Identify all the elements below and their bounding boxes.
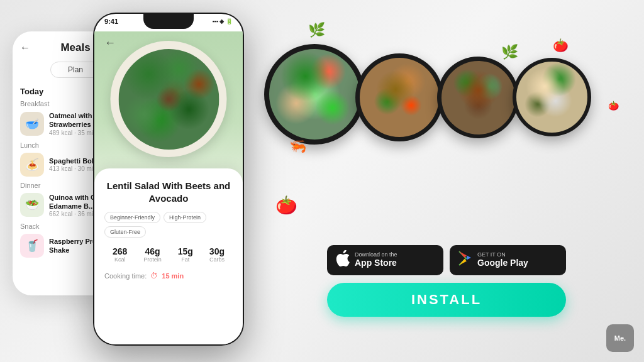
app-store-subtitle: Download on the <box>355 252 397 258</box>
phone-screen: 9:41 ▪▪▪ ◈ 🔋 ← Lentil Salad With Beets a… <box>94 14 243 344</box>
fat-label: Fat <box>178 256 193 263</box>
nutrition-kcal: 268 Kcal <box>113 246 127 263</box>
back-arrow-icon: ← <box>20 42 30 53</box>
nutrition-row: 268 Kcal 46g Protein 15g Fat 30g Carbs <box>104 246 233 263</box>
cooking-time: Cooking time: ⏱ 15 min <box>104 272 233 280</box>
leaf-decoration-1: 🌿 <box>308 22 325 38</box>
meal-thumb-4: 🥤 <box>20 234 44 258</box>
carbs-label: Carbs <box>209 256 225 263</box>
apple-icon <box>336 250 350 270</box>
protein-label: Protein <box>143 256 162 263</box>
dish-title: Lentil Salad With Beets and Avocado <box>104 180 233 204</box>
shrimp-decoration: 🦐 <box>289 138 306 155</box>
tomato-decoration-1: 🍅 <box>275 195 297 216</box>
cooking-time-value: 15 min <box>162 272 184 280</box>
meal-thumb-2: 🍝 <box>20 153 44 177</box>
nutrition-fat: 15g Fat <box>178 246 193 263</box>
carbs-value: 30g <box>209 246 225 256</box>
status-time: 9:41 <box>104 18 118 25</box>
app-store-button[interactable]: Download on the App Store <box>327 245 443 275</box>
tag-protein[interactable]: High-Protein <box>164 212 206 223</box>
leaf-decoration-2: 🌿 <box>501 44 518 60</box>
app-store-title: App Store <box>355 258 397 268</box>
fat-value: 15g <box>178 246 193 256</box>
meal-thumb-1: 🥣 <box>20 112 44 136</box>
plate-food-2 <box>360 58 439 137</box>
protein-value: 46g <box>143 246 162 256</box>
kcal-label: Kcal <box>113 256 127 263</box>
timer-icon: ⏱ <box>150 272 158 280</box>
tags-row: Beginner-Friendly High-Protein Gluten-Fr… <box>104 212 233 238</box>
plate-1 <box>264 44 365 145</box>
status-icons: ▪▪▪ ◈ 🔋 <box>212 18 233 25</box>
tomato-decoration-3: 🍅 <box>608 101 619 111</box>
watermark-logo: Me. <box>606 324 634 352</box>
google-play-text: GET IT ON Google Play <box>477 252 528 268</box>
store-buttons: Download on the App Store GET IT ON Goog… <box>327 245 566 275</box>
google-play-subtitle: GET IT ON <box>477 252 528 258</box>
kcal-value: 268 <box>113 246 127 256</box>
google-play-button[interactable]: GET IT ON Google Play <box>450 245 566 275</box>
dish-info-card: Lentil Salad With Beets and Avocado Begi… <box>94 168 243 344</box>
plate-2 <box>355 53 443 141</box>
nutrition-protein: 46g Protein <box>143 246 162 263</box>
install-button[interactable]: INSTALL <box>327 283 566 317</box>
status-bar: 9:41 ▪▪▪ ◈ 🔋 <box>104 18 233 25</box>
food-image-area <box>94 31 243 182</box>
plate-4 <box>513 58 591 136</box>
tag-gluten[interactable]: Gluten-Free <box>104 226 146 238</box>
screen-back-button[interactable]: ← <box>104 36 116 50</box>
meal-thumb-3: 🥗 <box>20 193 44 217</box>
plates-section <box>258 13 644 245</box>
plate-3 <box>437 57 519 138</box>
play-store-icon <box>458 251 472 270</box>
nutrition-carbs: 30g Carbs <box>209 246 225 263</box>
phone-front: 9:41 ▪▪▪ ◈ 🔋 ← Lentil Salad With Beets a… <box>93 13 244 346</box>
tomato-decoration-2: 🍅 <box>553 38 569 53</box>
app-store-text: Download on the App Store <box>355 252 397 268</box>
plate-food-1 <box>269 49 360 140</box>
plate-food-3 <box>441 61 515 134</box>
salad-bowl-visual <box>118 49 219 150</box>
cta-section: Download on the App Store GET IT ON Goog… <box>327 245 566 317</box>
cooking-time-label: Cooking time: <box>104 272 147 280</box>
google-play-title: Google Play <box>477 258 528 268</box>
plate-food-4 <box>516 62 587 133</box>
meals-title: Meals <box>60 41 90 54</box>
tag-beginner[interactable]: Beginner-Friendly <box>104 212 160 223</box>
